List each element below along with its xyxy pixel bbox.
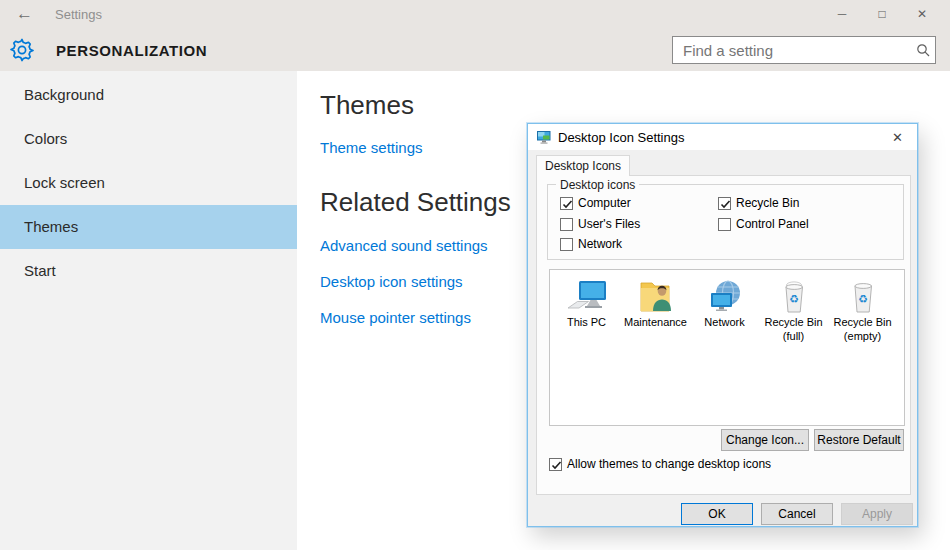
dialog-close-icon[interactable]: ✕ [888,128,907,147]
sidebar-item-lock-screen[interactable]: Lock screen [0,161,297,205]
list-item-recycle-bin-full[interactable]: ♻ Recycle Bin (full) [759,280,828,344]
group-label: Desktop icons [556,178,639,192]
checkbox-box[interactable] [549,458,562,471]
theme-settings-link[interactable]: Theme settings [320,139,423,156]
checkbox-computer[interactable]: Computer [560,196,631,210]
search-box[interactable] [672,36,936,64]
window-controls: ─ □ ✕ [822,0,942,28]
checkbox-control-panel[interactable]: Control Panel [718,217,809,231]
page-title: PERSONALIZATION [56,42,207,59]
checkbox-box[interactable] [560,218,573,231]
advanced-sound-settings-link[interactable]: Advanced sound settings [320,237,488,254]
tab-desktop-icons[interactable]: Desktop Icons [536,155,630,176]
dialog-title: Desktop Icon Settings [558,130,684,145]
sidebar-item-background[interactable]: Background [0,73,297,117]
settings-window: ← Settings ─ □ ✕ PERSONALIZATION Ba [0,0,950,550]
maximize-icon[interactable]: □ [862,0,902,28]
app-header: ← Settings ─ □ ✕ PERSONALIZATION [0,0,950,71]
restore-default-button[interactable]: Restore Default [814,429,904,451]
close-icon[interactable]: ✕ [902,0,942,28]
list-item-recycle-bin-empty[interactable]: ♻ Recycle Bin (empty) [828,280,897,344]
svg-text:♻: ♻ [789,293,799,306]
cancel-button[interactable]: Cancel [761,503,833,525]
checkbox-box[interactable] [560,197,573,210]
window-title: Settings [55,7,102,22]
list-item-network[interactable]: Network [690,280,759,330]
sidebar-item-themes[interactable]: Themes [0,205,297,249]
svg-text:♻: ♻ [858,293,868,306]
checkbox-recycle-bin[interactable]: Recycle Bin [718,196,799,210]
list-item-this-pc[interactable]: This PC [552,280,621,330]
checkbox-network[interactable]: Network [560,237,622,251]
list-item-maintenance[interactable]: Maintenance [621,280,690,330]
recycle-bin-empty-icon: ♻ [843,280,883,314]
search-input[interactable] [673,42,911,59]
dialog-titlebar[interactable]: Desktop Icon Settings ✕ [528,124,917,150]
this-pc-icon [567,280,607,314]
checkbox-box[interactable] [718,197,731,210]
gear-icon [10,38,34,62]
sidebar-item-colors[interactable]: Colors [0,117,297,161]
minimize-icon[interactable]: ─ [822,0,862,28]
desktop-icon-list[interactable]: This PC Maintenance [549,269,905,426]
ok-button[interactable]: OK [681,503,753,525]
checkbox-allow-themes[interactable]: Allow themes to change desktop icons [549,457,771,471]
desktop-icon-settings-dialog: Desktop Icon Settings ✕ Desktop Icons De… [527,123,918,527]
display-settings-icon [536,129,552,145]
network-icon [705,280,745,314]
mouse-pointer-settings-link[interactable]: Mouse pointer settings [320,309,471,326]
checkbox-users-files[interactable]: User's Files [560,217,640,231]
magnifier-icon[interactable] [911,43,935,57]
recycle-bin-full-icon: ♻ [774,280,814,314]
sidebar: Background Colors Lock screen Themes Sta… [0,71,297,550]
maintenance-icon [636,280,676,314]
desktop-icon-settings-link[interactable]: Desktop icon settings [320,273,463,290]
related-settings-heading: Related Settings [320,187,511,218]
themes-heading: Themes [320,90,414,121]
sidebar-item-start[interactable]: Start [0,249,297,293]
desktop-icons-group: Desktop icons Computer Recycle Bin User'… [547,184,904,260]
change-icon-button[interactable]: Change Icon... [721,429,809,451]
checkbox-box[interactable] [718,218,731,231]
checkbox-box[interactable] [560,238,573,251]
back-icon[interactable]: ← [16,4,33,24]
apply-button[interactable]: Apply [841,503,913,525]
tab-page: Desktop icons Computer Recycle Bin User'… [536,175,911,495]
